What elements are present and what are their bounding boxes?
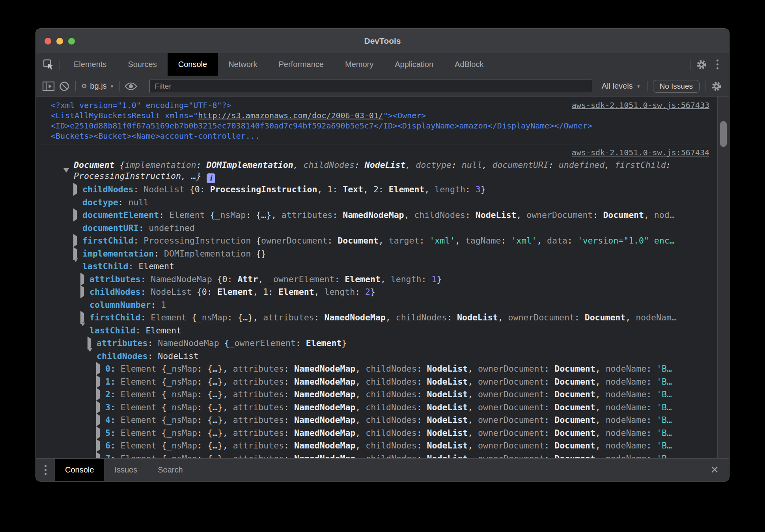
tree-row-1[interactable]: 1: Element {_nsMap: {…}, attributes: Nam… — [51, 376, 709, 389]
expander-right-icon[interactable] — [96, 376, 100, 387]
expander-right-icon[interactable] — [96, 389, 100, 400]
token-prop: 5 — [105, 428, 110, 438]
expander-right-icon[interactable] — [96, 428, 100, 439]
tree-row-attributes[interactable]: attributes: NamedNodeMap {_ownerElement:… — [51, 337, 709, 350]
tree-row-4[interactable]: 4: Element {_nsMap: {…}, attributes: Nam… — [51, 414, 709, 427]
tab-application[interactable]: Application — [384, 53, 444, 76]
source-link[interactable]: aws-sdk-2.1051.0-sw.js:567434 — [572, 148, 709, 157]
token-p: , — [468, 441, 478, 450]
tab-sources[interactable]: Sources — [117, 53, 167, 76]
token-str: 'xml' — [429, 236, 455, 246]
tab-network[interactable]: Network — [218, 53, 268, 76]
token-p: , — [644, 210, 654, 220]
token-p: , — [355, 415, 366, 425]
token-p: : — [110, 402, 121, 412]
log-levels-dropdown[interactable]: All levels ▼ — [599, 82, 644, 91]
token-dim: attributes — [233, 364, 284, 374]
drawer-more-kebab-icon[interactable] — [36, 465, 55, 475]
tab-adblock[interactable]: AdBlock — [444, 53, 494, 76]
tree-row-attributes[interactable]: attributes: NamedNodeMap {0: Attr, _owne… — [51, 273, 709, 286]
tree-row-2[interactable]: 2: Element {_nsMap: {…}, attributes: Nam… — [51, 388, 709, 401]
xml-url-link[interactable]: http://s3.amazonaws.com/doc/2006-03-01/ — [198, 111, 383, 120]
token-p: , — [516, 210, 526, 220]
tab-elements[interactable]: Elements — [63, 53, 117, 76]
drawer-tab-issues[interactable]: Issues — [104, 459, 147, 481]
tree-row-documentElement[interactable]: documentElement: Element {_nsMap: {…}, a… — [51, 209, 709, 222]
expander-right-icon[interactable] — [96, 363, 100, 374]
tab-memory[interactable]: Memory — [334, 53, 384, 76]
info-icon[interactable]: i — [207, 173, 215, 183]
token-p: , — [314, 287, 325, 297]
tree-row-firstChild[interactable]: firstChild: Element {_nsMap: {…}, attrib… — [51, 311, 709, 324]
expander-down-icon[interactable] — [80, 325, 85, 336]
token-str: 'B… — [657, 454, 672, 459]
filter-input[interactable] — [149, 80, 592, 93]
settings-gear-icon[interactable] — [694, 57, 709, 73]
source-link[interactable]: aws-sdk-2.1051.0-sw.js:567433 — [572, 100, 709, 110]
expander-right-icon[interactable] — [96, 440, 100, 451]
document-object-preview[interactable]: Document {implementation: DOMImplementat… — [51, 160, 709, 182]
tree-row-implementation[interactable]: implementation: DOMImplementation {} — [51, 247, 709, 260]
tree-row-documentURI[interactable]: documentURI: undefined — [51, 222, 709, 235]
console-sidebar-toggle-icon[interactable] — [41, 78, 56, 94]
token-key: 0 — [195, 184, 200, 194]
token-dim: firstChild — [615, 160, 666, 170]
clear-console-icon[interactable] — [56, 78, 72, 94]
expander-down-icon[interactable] — [88, 351, 92, 362]
tree-row-0[interactable]: 0: Element {_nsMap: {…}, attributes: Nam… — [51, 363, 709, 376]
tree-row-5[interactable]: 5: Element {_nsMap: {…}, attributes: Nam… — [51, 427, 709, 440]
expander-right-icon[interactable] — [96, 453, 100, 458]
tab-performance[interactable]: Performance — [268, 53, 335, 76]
javascript-context-selector[interactable]: ⚙ bg.js ▼ — [79, 82, 116, 91]
expander-right-icon[interactable] — [96, 402, 100, 413]
close-drawer-icon[interactable]: ✕ — [700, 464, 729, 476]
drawer-tab-console[interactable]: Console — [55, 459, 104, 481]
token-dim: Element — [121, 454, 162, 459]
tree-row-childNodes[interactable]: childNodes: NodeList {0: ProcessingInstr… — [51, 183, 709, 196]
vertical-scrollbar[interactable] — [717, 97, 729, 458]
drawer-tab-search[interactable]: Search — [147, 459, 193, 481]
no-issues-button[interactable]: No Issues — [653, 80, 700, 93]
expander-right-icon[interactable] — [80, 274, 84, 285]
expander-right-icon[interactable] — [73, 235, 77, 246]
token-num: 1 — [161, 300, 166, 310]
tree-row-firstChild[interactable]: firstChild: ProcessingInstruction {owner… — [51, 234, 709, 247]
token-key: 0 — [222, 274, 228, 284]
tree-row-doctype[interactable]: doctype: null — [51, 196, 709, 209]
console-settings-gear-icon[interactable] — [709, 78, 724, 94]
source-link-line: aws-sdk-2.1051.0-sw.js:567434 — [51, 147, 709, 158]
tree-row-childNodes[interactable]: childNodes: NodeList {0: Element, 1: Ele… — [51, 286, 709, 299]
expander-right-icon[interactable] — [96, 415, 100, 426]
token-p: { — [210, 210, 215, 220]
token-p: : — [133, 184, 144, 194]
expander-right-icon[interactable] — [80, 286, 84, 298]
expander-right-icon[interactable] — [88, 338, 91, 349]
token-p: : — [332, 210, 343, 220]
scrollbar-thumb[interactable] — [720, 121, 727, 147]
tab-console[interactable]: Console — [168, 53, 218, 76]
live-expression-eye-icon[interactable] — [123, 78, 139, 94]
expander-down-icon[interactable] — [63, 172, 69, 183]
inspect-element-icon[interactable] — [41, 57, 56, 73]
token-clsb: Element — [217, 287, 253, 297]
token-p: : — [332, 184, 343, 194]
token-dim: null — [462, 160, 482, 170]
tree-row-6[interactable]: 6: Element {_nsMap: {…}, attributes: Nam… — [51, 439, 709, 452]
tree-row-3[interactable]: 3: Element {_nsMap: {…}, attributes: Nam… — [51, 401, 709, 414]
tree-row-lastChild[interactable]: lastChild: Element — [51, 324, 709, 337]
expander-right-icon[interactable] — [73, 210, 77, 221]
more-options-kebab-icon[interactable] — [709, 60, 725, 69]
tree-row-lastChild[interactable]: lastChild: Element — [51, 260, 709, 273]
expander-right-icon[interactable] — [73, 248, 77, 259]
token-p: , — [355, 428, 366, 438]
tree-row-columnNumber[interactable]: columnNumber: 1 — [51, 299, 709, 312]
expander-right-icon[interactable] — [80, 312, 84, 323]
token-clsb: Document — [554, 454, 595, 459]
token-p: {} — [256, 249, 266, 259]
expander-right-icon[interactable] — [73, 184, 77, 195]
console-message-xml: aws-sdk-2.1051.0-sw.js:567433 <?xml vers… — [36, 97, 729, 145]
tree-row-childNodes[interactable]: childNodes: NodeList — [51, 350, 709, 363]
tree-row-7[interactable]: 7: Element {_nsMap: {…}, attributes: Nam… — [51, 452, 709, 459]
token-p: : — [118, 197, 129, 207]
expander-down-icon[interactable] — [73, 261, 78, 272]
